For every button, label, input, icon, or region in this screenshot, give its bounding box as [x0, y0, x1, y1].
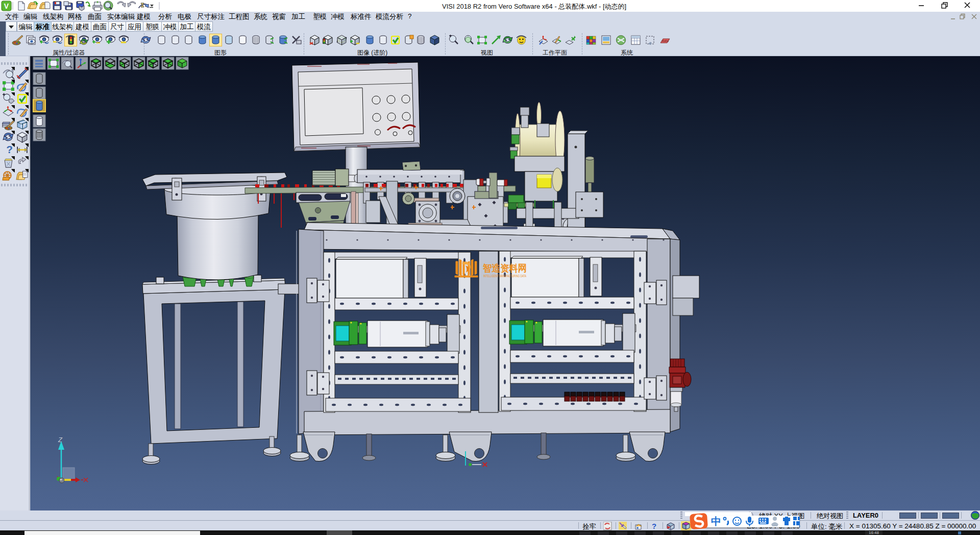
- svg-text:?: ?: [6, 143, 13, 155]
- svg-text:智造资料网: 智造资料网: [482, 263, 527, 274]
- svg-text:Z: Z: [58, 436, 63, 444]
- svg-text:V: V: [4, 2, 9, 10]
- svg-text:中: 中: [711, 516, 721, 527]
- svg-text:INTELLIGENT MANUFACTURING DATA: INTELLIGENT MANUFACTURING DATA: [483, 274, 526, 278]
